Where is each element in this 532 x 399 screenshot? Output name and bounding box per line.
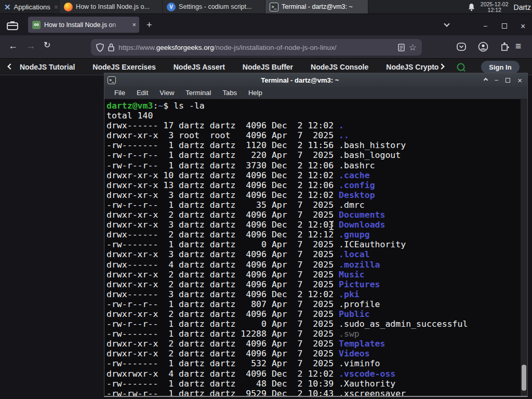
terminal-listing-line: drwxr-xr-x 2 dartz dartz 4096 Apr 7 2025… (107, 280, 527, 289)
terminal-listing-line: drwx------ 3 dartz dartz 4096 Dec 2 12:0… (107, 289, 527, 299)
applications-label: Applications (14, 3, 50, 11)
terminal-scrollbar[interactable] (521, 99, 527, 396)
window-button-label: Settings - codium script... (179, 3, 251, 10)
site-nav-item[interactable]: NodeJS Tutorial (20, 63, 75, 71)
terminal-listing-line: -rw-r--r-- 1 dartz dartz 807 Apr 7 2025 … (107, 299, 527, 309)
terminal-scrollbar-thumb[interactable] (522, 365, 526, 391)
new-tab-button[interactable] (147, 20, 152, 31)
reload-button[interactable] (44, 41, 50, 49)
terminal-menu-edit[interactable]: Edit (132, 88, 153, 98)
terminal-menu-view[interactable]: View (155, 88, 179, 98)
terminal-listing-line: drwxr-xr-x 10 dartz dartz 4096 Dec 2 12:… (107, 170, 527, 180)
tab-close-icon[interactable] (132, 21, 136, 29)
terminal-shade-icon[interactable] (483, 78, 487, 82)
window-button[interactable]: Terminal - dartz@vm3: ~ (265, 0, 368, 14)
terminal-total-line: total 140 (107, 111, 527, 121)
pocket-icon[interactable] (456, 42, 467, 52)
terminal-minimize-button[interactable] (495, 76, 499, 84)
terminal-listing-line: drwx------ 17 dartz dartz 4096 Dec 2 12:… (107, 121, 527, 130)
terminal-listing-line: drwxrwxr-x 4 dartz dartz 4096 Dec 2 12:0… (107, 369, 527, 379)
nav-scroll-left-icon[interactable] (7, 63, 13, 69)
notification-bell-icon[interactable] (468, 3, 475, 11)
terminal-menu-file[interactable]: File (110, 88, 130, 98)
terminal-listing-line: -rw-r--r-- 1 dartz dartz 220 Apr 7 2025 … (107, 150, 527, 160)
window-button-list: How to Install Node.js o...Settings - co… (60, 0, 368, 14)
terminal-listing-line: drwxr-xr-x 3 dartz dartz 4096 Dec 2 12:0… (107, 220, 527, 230)
terminal-icon (108, 76, 116, 84)
window-button[interactable]: How to Install Node.js o... (60, 0, 163, 14)
terminal-titlebar[interactable]: Terminal - dartz@vm3: ~ (104, 73, 527, 87)
tab-title-fade (108, 17, 126, 33)
panel-separator: ≡ (55, 4, 58, 10)
search-icon[interactable] (456, 62, 467, 73)
browser-tab[interactable]: How to Install Node.js on (28, 17, 139, 33)
firefox-view-icon[interactable] (5, 20, 20, 31)
site-nav-item[interactable]: NodeJS Buffer (243, 63, 293, 71)
terminal-menu-tabs[interactable]: Tabs (218, 88, 241, 98)
terminal-listing-line: -rw-rw-r-- 1 dartz dartz 9529 Dec 2 10:4… (107, 389, 527, 396)
terminal-listing-line: drwx------ 4 dartz dartz 4096 Apr 7 2025… (107, 260, 527, 270)
extensions-icon[interactable] (500, 42, 509, 52)
browser-minimize-button[interactable] (483, 22, 487, 30)
terminal-close-button[interactable] (517, 76, 522, 85)
terminal-listing-line: drwxr-xr-x 2 dartz dartz 4096 Apr 7 2025… (107, 349, 527, 358)
ibeam-cursor (328, 220, 335, 231)
url-text: https://www.geeksforgeeks.org/node-js/in… (118, 44, 394, 51)
terminal-content[interactable]: dartz@vm3:~$ ls -latotal 140drwx------ 1… (104, 99, 527, 396)
forward-button[interactable] (26, 41, 35, 50)
terminal-menu-terminal[interactable]: Terminal (181, 88, 216, 98)
sign-in-button[interactable]: Sign In (481, 61, 520, 73)
lock-icon[interactable] (108, 43, 114, 51)
url-bar[interactable]: https://www.geeksforgeeks.org/node-js/in… (91, 39, 422, 56)
menu-icon[interactable] (515, 41, 521, 52)
geeksforgeeks-favicon (32, 21, 41, 29)
tracking-shield-icon[interactable] (96, 43, 104, 52)
terminal-listing-line: drwxr-xr-x 3 dartz dartz 4096 Dec 2 12:0… (107, 190, 527, 200)
site-nav-items: NodeJS TutorialNodeJS ExercisesNodeJS As… (20, 63, 441, 71)
terminal-listing-line: drwx------ 2 dartz dartz 4096 Dec 2 12:1… (107, 230, 527, 240)
back-button[interactable] (8, 41, 18, 50)
site-nav-item[interactable]: NodeJS Crypto (386, 63, 438, 71)
terminal-listing-line: drwxr-xr-x 3 dartz dartz 4096 Apr 7 2025… (107, 249, 527, 259)
terminal-menu-help[interactable]: Help (244, 88, 267, 98)
account-icon[interactable] (478, 42, 488, 52)
terminal-listing-line: drwxr-xr-x 3 root root 4096 Apr 7 2025 .… (107, 130, 527, 140)
terminal-listing-line: -rw------- 1 dartz dartz 48 Dec 2 10:39 … (107, 379, 527, 389)
applications-icon: ✕ (4, 3, 11, 11)
terminal-listing-line: -rw-r--r-- 1 dartz dartz 35 Apr 7 2025 .… (107, 200, 527, 210)
terminal-prompt-line: dartz@vm3:~$ ls -la (107, 101, 527, 111)
terminal-menubar: FileEditViewTerminalTabsHelp (104, 87, 527, 99)
applications-menu-button[interactable]: ✕ Applications (0, 0, 55, 14)
clock-time: 12:12 (481, 7, 509, 13)
terminal-listing-line: -rw------- 1 dartz dartz 1120 Dec 2 11:5… (107, 140, 527, 150)
window-button-label: Terminal - dartz@vm3: ~ (282, 3, 353, 10)
site-nav-item[interactable]: NodeJS Assert (174, 63, 225, 71)
firefox-icon (64, 3, 73, 11)
terminal-listing-line: drwxr-xr-x 13 dartz dartz 4096 Dec 2 12:… (107, 180, 527, 190)
user-menu[interactable]: Dartz (514, 3, 531, 11)
terminal-listing-line: drwxr-xr-x 2 dartz dartz 4096 Apr 7 2025… (107, 210, 527, 220)
terminal-listing-line: drwxr-xr-x 2 dartz dartz 4096 Apr 7 2025… (107, 339, 527, 349)
terminal-icon (270, 3, 278, 11)
window-button[interactable]: Settings - codium script... (163, 0, 265, 14)
site-nav-item[interactable]: NodeJS Exercises (92, 63, 155, 71)
terminal-maximize-button[interactable] (506, 78, 510, 83)
terminal-listing-line: -rw-r--r-- 1 dartz dartz 3730 Dec 2 12:0… (107, 161, 527, 170)
browser-close-button[interactable] (521, 22, 525, 31)
desktop-panel: ✕ Applications ≡ How to Install Node.js … (0, 0, 532, 14)
terminal-output: dartz@vm3:~$ ls -latotal 140drwx------ 1… (104, 99, 527, 396)
system-tray: 2025-12-02 12:12 Dartz (468, 0, 532, 14)
window-button-label: How to Install Node.js o... (76, 3, 150, 10)
codium-icon (167, 3, 176, 11)
site-nav-item[interactable]: NodeJS Console (311, 63, 368, 71)
reader-view-icon[interactable] (398, 44, 405, 51)
terminal-listing-line: drwxr-xr-x 2 dartz dartz 4096 Apr 7 2025… (107, 309, 527, 319)
browser-maximize-button[interactable] (502, 23, 507, 29)
terminal-listing-line: -rw------- 1 dartz dartz 532 Apr 7 2025 … (107, 358, 527, 368)
bookmark-star-icon[interactable]: ☆ (409, 42, 417, 53)
terminal-listing-line: -rw------- 1 dartz dartz 12288 Apr 7 202… (107, 329, 527, 339)
terminal-window: Terminal - dartz@vm3: ~ FileEditViewTerm… (104, 73, 528, 397)
terminal-listing-line: drwxr-xr-x 2 dartz dartz 4096 Apr 7 2025… (107, 270, 527, 280)
clock-date: 2025-12-02 (481, 2, 509, 7)
clock[interactable]: 2025-12-02 12:12 (481, 2, 509, 13)
